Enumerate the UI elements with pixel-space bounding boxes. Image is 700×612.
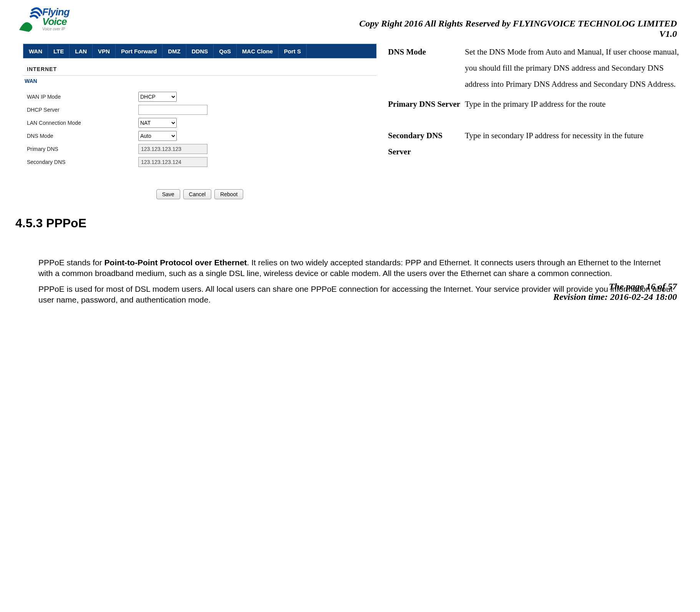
select-wan-ip-mode[interactable]: DHCP	[138, 92, 177, 102]
para1-pre: PPPoE stands for	[38, 258, 105, 267]
label-secondary-dns: Secondary DNS	[27, 159, 138, 165]
tab-ddns[interactable]: DDNS	[186, 44, 214, 58]
logo-wave-icon	[15, 3, 42, 34]
tab-dmz[interactable]: DMZ	[163, 44, 186, 58]
cancel-button[interactable]: Cancel	[183, 189, 212, 199]
tab-lte[interactable]: LTE	[48, 44, 70, 58]
version-text: V1.0	[69, 29, 677, 39]
reboot-button[interactable]: Reboot	[214, 189, 243, 199]
label-dns-mode: DNS Mode	[27, 133, 138, 139]
tab-lan[interactable]: LAN	[70, 44, 93, 58]
label-wan-ip-mode: WAN IP Mode	[27, 94, 138, 100]
para1-bold: Point-to-Point Protocol over Ethernet	[105, 258, 247, 267]
input-primary-dns[interactable]	[138, 144, 207, 154]
button-row: Save Cancel Reboot	[23, 184, 377, 205]
pppoe-paragraph-1: PPPoE stands for Point-to-Point Protocol…	[15, 257, 685, 284]
select-lan-conn-mode[interactable]: NAT	[138, 118, 177, 128]
desc-label-secondary-dns: Secondary DNS Server	[388, 127, 465, 160]
field-descriptions: DNS Mode Set the DNS Mode from Auto and …	[377, 44, 685, 205]
section-wan-label: WAN	[23, 76, 377, 90]
logo-tagline: Voice over IP	[42, 27, 70, 31]
page-footer: The page 16 of 57 Revision time: 2016-02…	[553, 281, 677, 302]
tab-port-forward[interactable]: Port Forward	[116, 44, 163, 58]
copyright-text: Copy Right 2016 All Rights Reserved by F…	[359, 18, 677, 28]
tab-vpn[interactable]: VPN	[93, 44, 116, 58]
label-lan-conn-mode: LAN Connection Mode	[27, 120, 138, 126]
section-title-pppoe: 4.5.3 PPPoE	[15, 216, 685, 230]
tab-port-setting[interactable]: Port S	[279, 44, 307, 58]
footer-page: The page 16 of 57	[553, 281, 677, 292]
desc-label-primary-dns: Primary DNS Server	[388, 96, 465, 112]
desc-text-dns-mode: Set the DNS Mode from Auto and Manual, I…	[465, 44, 685, 92]
select-dns-mode[interactable]: Auto	[138, 131, 177, 141]
desc-label-dns-mode: DNS Mode	[388, 44, 465, 92]
label-primary-dns: Primary DNS	[27, 146, 138, 152]
tab-wan[interactable]: WAN	[23, 44, 48, 58]
logo-text-voice: Voice	[42, 16, 70, 28]
label-dhcp-server: DHCP Server	[27, 107, 138, 113]
copyright: Copy Right 2016 All Rights Reserved by F…	[69, 3, 685, 39]
desc-text-secondary-dns: Type in secondary IP address for necessi…	[465, 127, 685, 160]
admin-screenshot: WAN LTE LAN VPN Port Forward DMZ DDNS Qo…	[23, 44, 377, 205]
tab-qos[interactable]: QoS	[214, 44, 237, 58]
nav-tabs: WAN LTE LAN VPN Port Forward DMZ DDNS Qo…	[23, 44, 377, 58]
save-button[interactable]: Save	[156, 189, 180, 199]
desc-text-primary-dns: Type in the primary IP address for the r…	[465, 96, 685, 112]
page-header: Flying Voice Voice over IP Copy Right 20…	[15, 0, 685, 39]
section-header-internet: INTERNET	[23, 63, 377, 76]
tab-mac-clone[interactable]: MAC Clone	[237, 44, 279, 58]
input-secondary-dns[interactable]	[138, 157, 207, 167]
logo: Flying Voice Voice over IP	[15, 3, 69, 34]
input-dhcp-server[interactable]	[138, 105, 207, 115]
footer-rev: Revision time: 2016-02-24 18:00	[553, 292, 677, 302]
